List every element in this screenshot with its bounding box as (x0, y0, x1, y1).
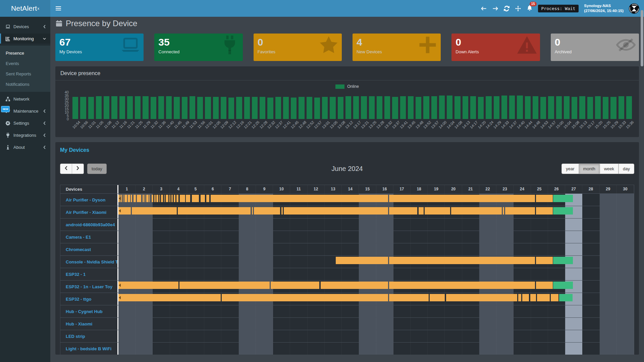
presence-bar-segment[interactable] (536, 282, 553, 289)
sidebar-item-monitoring[interactable]: Monitoring (0, 34, 50, 44)
presence-bar-segment[interactable] (164, 195, 165, 202)
refresh-icon[interactable] (504, 5, 510, 11)
presence-bar-segment[interactable] (124, 195, 127, 202)
user-avatar[interactable] (629, 3, 639, 14)
presence-bar-segment[interactable] (211, 195, 388, 202)
calendar-today-button[interactable]: today (87, 164, 107, 174)
presence-bar-segment[interactable] (389, 195, 535, 202)
app-logo[interactable]: NetAlertx (0, 0, 50, 17)
presence-bar-segment[interactable] (389, 257, 535, 264)
sidebar-toggle-button[interactable] (50, 0, 66, 17)
summary-card-down-alerts[interactable]: 0Down Alerts (451, 34, 540, 61)
presence-bar-segment[interactable] (536, 195, 553, 202)
sidebar-item-settings[interactable]: Settings (0, 118, 50, 128)
presence-chart[interactable]: Online 0510152025303540 10:5410:5611:011… (55, 80, 639, 137)
presence-bar-segment[interactable] (222, 294, 388, 301)
presence-bar-segment[interactable] (166, 195, 168, 202)
sidebar-item-network[interactable]: Network (0, 94, 50, 104)
device-name-link[interactable]: LED strip (60, 330, 117, 342)
presence-bar-segment[interactable] (281, 207, 283, 215)
presence-bar-segment[interactable] (128, 195, 130, 202)
presence-bar-segment[interactable] (271, 282, 320, 289)
presence-bar-segment[interactable] (505, 207, 535, 215)
presence-bar-segment[interactable] (161, 195, 163, 202)
presence-bar-segment[interactable] (131, 195, 132, 202)
presence-bar-segment[interactable] (551, 294, 558, 301)
presence-bar-segment[interactable] (186, 195, 190, 202)
sidebar-item-events[interactable]: Events (0, 58, 50, 69)
presence-bar-segment[interactable] (133, 195, 136, 202)
presence-bar-segment[interactable] (118, 282, 178, 289)
device-name-link[interactable]: Hub - Cygnet Hub (60, 305, 117, 317)
summary-card-archived[interactable]: 0Archived (551, 34, 639, 61)
sidebar-item-devices[interactable]: Devices (0, 21, 50, 32)
presence-bar-segment[interactable] (156, 195, 159, 202)
presence-bar-segment[interactable] (536, 207, 553, 215)
online-now-segment[interactable] (553, 195, 573, 202)
fullscreen-move-icon[interactable] (515, 5, 521, 11)
sidebar-item-about[interactable]: About (0, 142, 50, 152)
sidebar-item-presence[interactable]: Presence (0, 48, 50, 58)
presence-bar-segment[interactable] (201, 195, 205, 202)
presence-bar-segment[interactable] (174, 195, 175, 202)
presence-bar-segment[interactable] (389, 294, 428, 301)
calendar-prev-button[interactable] (60, 164, 72, 174)
device-name-link[interactable]: Chromecast (60, 243, 117, 255)
presence-bar-segment[interactable] (180, 195, 185, 202)
presence-bar-segment[interactable] (176, 195, 178, 202)
presence-bar-segment[interactable] (143, 195, 144, 202)
presence-bar-segment[interactable] (446, 294, 517, 301)
device-name-link[interactable]: Hub - Xiaomi (60, 318, 117, 330)
device-name-link[interactable]: android-68608b93a00e4 (60, 219, 117, 231)
presence-bar-segment[interactable] (518, 294, 521, 301)
calendar-next-button[interactable] (72, 164, 84, 174)
online-now-segment[interactable] (553, 257, 573, 264)
sidebar-item-integrations[interactable]: Integrations (0, 130, 50, 140)
presence-bar-segment[interactable] (192, 195, 199, 202)
summary-card-connected[interactable]: 35Connected (154, 34, 243, 61)
presence-bar-segment[interactable] (254, 207, 280, 215)
presence-bar-segment[interactable] (146, 195, 149, 202)
summary-card-new-devices[interactable]: 4New Devices (353, 34, 441, 61)
presence-bar-segment[interactable] (537, 294, 550, 301)
scrollbar-thumb[interactable] (641, 10, 643, 66)
presence-bar-segment[interactable] (536, 257, 553, 264)
presence-bar-segment[interactable] (152, 195, 153, 202)
presence-bar-segment[interactable] (530, 294, 536, 301)
presence-bar-segment[interactable] (336, 257, 388, 264)
online-now-segment[interactable] (553, 282, 573, 289)
presence-bar-segment[interactable] (451, 207, 502, 215)
device-name-link[interactable]: Air Purifier - Xiaomi (60, 206, 117, 218)
presence-bar-segment[interactable] (522, 294, 529, 301)
presence-bar-segment[interactable] (169, 195, 171, 202)
online-now-segment[interactable] (553, 207, 573, 215)
summary-card-favorites[interactable]: 0Favorites (254, 34, 342, 61)
device-name-link[interactable]: Console - Nvidia Shield TV (60, 256, 117, 268)
device-name-link[interactable]: ESP32 - 1 (60, 268, 117, 280)
calendar-view-year-button[interactable]: year (561, 164, 579, 174)
nav-forward-icon[interactable] (492, 5, 498, 11)
presence-bar-segment[interactable] (284, 207, 388, 215)
presence-bar-segment[interactable] (179, 282, 269, 289)
presence-bar-segment[interactable] (159, 195, 160, 202)
presence-bar-segment[interactable] (145, 195, 145, 202)
presence-bar-segment[interactable] (149, 195, 150, 202)
presence-bar-segment[interactable] (252, 207, 253, 215)
presence-bar-segment[interactable] (154, 195, 156, 202)
presence-bar-segment[interactable] (419, 207, 424, 215)
presence-bar-segment[interactable] (171, 195, 173, 202)
presence-bar-segment[interactable] (425, 207, 450, 215)
presence-bar-segment[interactable] (321, 282, 388, 289)
presence-bar-segment[interactable] (123, 195, 124, 202)
presence-bar-segment[interactable] (137, 195, 141, 202)
presence-bar-segment[interactable] (389, 207, 417, 215)
presence-bar-segment[interactable] (503, 207, 504, 215)
online-now-segment[interactable] (559, 294, 572, 301)
device-name-link[interactable]: Air Purifier - Dyson (60, 194, 117, 206)
summary-card-my-devices[interactable]: 67My Devices (55, 34, 144, 61)
calendar-view-month-button[interactable]: month (579, 164, 600, 174)
device-name-link[interactable]: Light - bedside B WiFi (60, 343, 117, 355)
sidebar-item-notifications[interactable]: Notifications (0, 79, 50, 89)
presence-bar-segment[interactable] (430, 294, 445, 301)
presence-bar-segment[interactable] (206, 195, 209, 202)
